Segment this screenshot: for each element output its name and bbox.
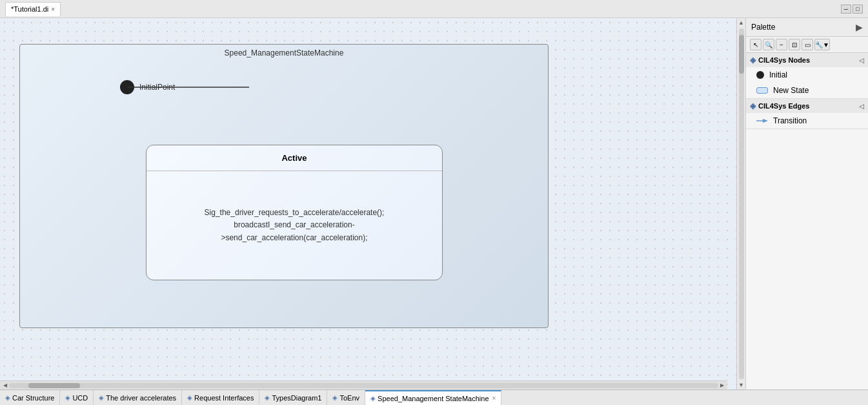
tab-request-label: Request Interfaces bbox=[194, 394, 254, 402]
svg-marker-3 bbox=[763, 119, 768, 123]
tab-ucd-label: UCD bbox=[72, 394, 88, 402]
edges-collapse-icon[interactable]: ◁ bbox=[859, 103, 864, 110]
tab-driver-accelerates[interactable]: ◈ The driver accelerates bbox=[94, 390, 182, 405]
cil4sys-nodes-section: ◈ CIL4Sys Nodes ◁ Initial New State bbox=[746, 53, 868, 99]
diagram-container: Speed_ManagementStateMachine InitialPoin… bbox=[19, 44, 549, 328]
tab-toenv-label: ToEnv bbox=[339, 394, 359, 402]
active-body-line3: >send_car_acceleration(car_acceleration)… bbox=[205, 232, 385, 244]
active-state-body: Sig_the_driver_requests_to_accelerate/ac… bbox=[146, 171, 442, 280]
h-scroll-right[interactable]: ▶ bbox=[718, 382, 726, 388]
v-scroll-track[interactable] bbox=[739, 28, 744, 379]
tab-request-icon: ◈ bbox=[187, 394, 192, 401]
new-state-item-icon bbox=[756, 87, 768, 94]
h-scroll-thumb[interactable] bbox=[28, 383, 80, 388]
title-bar: *Tutorial1.di × ─ □ bbox=[0, 0, 868, 18]
editor-tab[interactable]: *Tutorial1.di × bbox=[5, 2, 61, 16]
tab-ucd[interactable]: ◈ UCD bbox=[60, 390, 94, 405]
v-scroll-down[interactable]: ▼ bbox=[737, 380, 745, 389]
transition-item-icon bbox=[756, 118, 768, 124]
v-scrollbar[interactable]: ▲ ▼ bbox=[736, 18, 745, 389]
palette-expand-icon[interactable]: ▶ bbox=[856, 22, 863, 32]
v-scroll-up[interactable]: ▲ bbox=[737, 18, 745, 27]
tab-speed-icon: ◈ bbox=[370, 395, 376, 402]
initial-point-label: InitialPoint bbox=[139, 83, 175, 92]
tab-toenv-icon: ◈ bbox=[332, 394, 338, 401]
select-rect-button[interactable]: ▭ bbox=[802, 39, 813, 50]
tab-driver-label: The driver accelerates bbox=[106, 394, 176, 402]
tab-types-label: TypesDiagram1 bbox=[272, 394, 321, 402]
new-state-item-label: New State bbox=[773, 86, 809, 95]
initial-palette-item[interactable]: Initial bbox=[746, 67, 868, 83]
cil4sys-edges-header[interactable]: ◈ CIL4Sys Edges ◁ bbox=[746, 99, 868, 113]
editor-tab-label: *Tutorial1.di bbox=[11, 5, 48, 13]
bottom-tab-bar: ◈ Car Structure ◈ UCD ◈ The driver accel… bbox=[0, 389, 868, 405]
main-area: Speed_ManagementStateMachine InitialPoin… bbox=[0, 18, 868, 389]
nodes-collapse-icon[interactable]: ◁ bbox=[859, 57, 864, 64]
tab-car-structure-icon: ◈ bbox=[5, 394, 10, 401]
maximize-button[interactable]: □ bbox=[853, 5, 863, 14]
minimize-button[interactable]: ─ bbox=[841, 5, 851, 14]
window-controls: ─ □ bbox=[841, 5, 863, 14]
transition-palette-item[interactable]: Transition bbox=[746, 113, 868, 129]
nodes-section-label: CIL4Sys Nodes bbox=[758, 56, 810, 64]
zoom-in-button[interactable]: 🔍 bbox=[763, 39, 774, 50]
tab-car-structure[interactable]: ◈ Car Structure bbox=[0, 390, 60, 405]
tab-speed-label: Speed_Management StateMachine bbox=[378, 395, 489, 402]
select-tool-button[interactable]: ↖ bbox=[750, 39, 762, 50]
edges-section-icon: ◈ bbox=[750, 101, 756, 110]
palette-title: Palette bbox=[751, 23, 775, 32]
initial-circle-icon bbox=[120, 80, 134, 94]
initial-item-icon bbox=[756, 71, 764, 79]
palette-header: Palette ▶ bbox=[746, 18, 868, 37]
transition-item-label: Transition bbox=[773, 116, 807, 125]
h-scroll-track[interactable] bbox=[9, 383, 718, 388]
tab-car-structure-label: Car Structure bbox=[12, 394, 54, 402]
palette-toolbar: ↖ 🔍 − ⊡ ▭ 🔧▼ bbox=[746, 37, 868, 53]
editor-tab-close[interactable]: × bbox=[51, 6, 55, 13]
tab-types-icon: ◈ bbox=[265, 394, 270, 401]
zoom-out-button[interactable]: − bbox=[776, 39, 787, 50]
canvas-area[interactable]: Speed_ManagementStateMachine InitialPoin… bbox=[0, 18, 736, 389]
tab-request-interfaces[interactable]: ◈ Request Interfaces bbox=[182, 390, 259, 405]
v-scroll-thumb[interactable] bbox=[739, 35, 744, 74]
initial-point: InitialPoint bbox=[120, 80, 175, 94]
edges-section-label: CIL4Sys Edges bbox=[758, 102, 809, 110]
fit-button[interactable]: ⊡ bbox=[789, 39, 800, 50]
nodes-section-icon: ◈ bbox=[750, 56, 756, 65]
active-body-line2: broadcastI_send_car_acceleration- bbox=[205, 219, 385, 231]
palette-panel: Palette ▶ ↖ 🔍 − ⊡ ▭ 🔧▼ ◈ CIL4Sys Nodes ◁… bbox=[745, 18, 868, 389]
initial-item-label: Initial bbox=[769, 70, 787, 79]
tab-speed-close[interactable]: × bbox=[492, 395, 496, 402]
tab-toenv[interactable]: ◈ ToEnv bbox=[327, 390, 365, 405]
tab-driver-icon: ◈ bbox=[99, 394, 104, 401]
cil4sys-edges-section: ◈ CIL4Sys Edges ◁ Transition bbox=[746, 99, 868, 129]
tab-types-diagram[interactable]: ◈ TypesDiagram1 bbox=[259, 390, 327, 405]
active-state-header: Active bbox=[146, 145, 442, 171]
active-body-line1: Sig_the_driver_requests_to_accelerate/ac… bbox=[205, 207, 385, 219]
cil4sys-nodes-header[interactable]: ◈ CIL4Sys Nodes ◁ bbox=[746, 53, 868, 67]
new-state-palette-item[interactable]: New State bbox=[746, 83, 868, 98]
tab-speed-management[interactable]: ◈ Speed_Management StateMachine × bbox=[365, 390, 501, 405]
tab-ucd-icon: ◈ bbox=[65, 394, 70, 401]
h-scrollbar[interactable]: ◀ ▶ bbox=[0, 380, 727, 389]
h-scroll-left[interactable]: ◀ bbox=[1, 382, 9, 388]
diagram-title: Speed_ManagementStateMachine bbox=[20, 45, 548, 61]
more-tools-button[interactable]: 🔧▼ bbox=[814, 39, 830, 50]
active-state-box: Active Sig_the_driver_requests_to_accele… bbox=[146, 145, 443, 280]
